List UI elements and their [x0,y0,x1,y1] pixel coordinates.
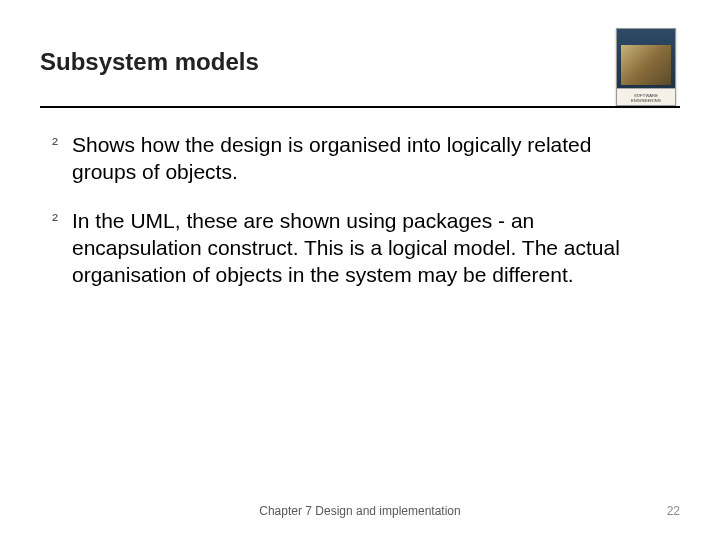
book-cover-label: SOFTWARE ENGINEERING [619,93,673,103]
body-content: ² Shows how the design is organised into… [52,132,660,310]
bullet-text: Shows how the design is organised into l… [72,132,660,186]
book-cover-image: SOFTWARE ENGINEERING [616,28,676,106]
title-row: Subsystem models [40,48,680,76]
title-divider [40,106,680,108]
diamond-bullet-icon: ² [52,209,72,232]
diamond-bullet-icon: ² [52,133,72,156]
slide-title: Subsystem models [40,48,259,76]
footer-chapter-label: Chapter 7 Design and implementation [0,504,720,518]
slide: Subsystem models SOFTWARE ENGINEERING ² … [0,0,720,540]
bullet-text: In the UML, these are shown using packag… [72,208,660,289]
bullet-item: ² In the UML, these are shown using pack… [52,208,660,289]
page-number: 22 [667,504,680,518]
bullet-item: ² Shows how the design is organised into… [52,132,660,186]
